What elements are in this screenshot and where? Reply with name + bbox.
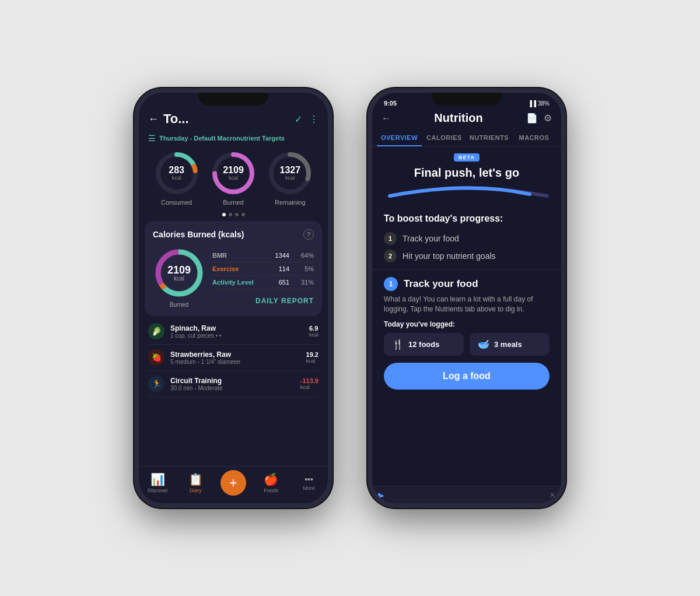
arc-title: Final push, let's go	[414, 166, 519, 180]
diary-icon: 📋	[188, 472, 203, 486]
arc-section: Final push, let's go	[372, 164, 561, 205]
nav-foods[interactable]: 🍎 Foods	[252, 472, 290, 493]
dot-1[interactable]	[222, 213, 226, 216]
pagination-dots	[139, 211, 328, 219]
spinach-kcal: 6.9 kcal	[309, 325, 318, 338]
phone2-notch	[432, 93, 502, 106]
boost-item-2: 2 Hit your top nutrient goals	[384, 247, 550, 265]
bowl-icon: 🥣	[478, 339, 489, 350]
beta-badge: BETA	[454, 153, 480, 162]
nav-add[interactable]: +	[215, 470, 253, 496]
dot-2[interactable]	[229, 213, 232, 216]
strawberry-kcal: 19.2 kcal	[306, 351, 318, 364]
circuit-name: Circuit Training	[170, 377, 295, 385]
ad-close-button[interactable]: ✕	[550, 491, 555, 499]
activity-label: Activity Level	[212, 279, 254, 286]
strawberry-name: Strawberries, Raw	[170, 350, 300, 359]
add-button[interactable]: +	[220, 470, 246, 496]
food-item-strawberries[interactable]: 🍓 Strawberries, Raw 5 medium - 1 1/4" di…	[148, 345, 318, 371]
boost-num-2: 2	[384, 250, 397, 262]
popup-header: Calories Burned (kcals) ?	[153, 229, 314, 240]
phone2-back-button[interactable]: ←	[382, 113, 391, 124]
dot-4[interactable]	[242, 213, 245, 216]
track-header: 1 Track your food	[384, 277, 550, 291]
stat-exercise: Exercise 114 5%	[212, 262, 314, 276]
foods-stat-pill: 🍴 12 foods	[384, 333, 464, 356]
stat-bmr: BMR 1344 64%	[212, 249, 314, 262]
bmr-label: BMR	[212, 252, 244, 259]
exercise-pct: 5%	[296, 265, 314, 272]
popup-question-icon[interactable]: ?	[303, 229, 314, 240]
tab-calories[interactable]: CALORIES	[422, 129, 467, 146]
phone2-title: Nutrition	[391, 111, 526, 125]
tab-macros[interactable]: MACROS	[512, 129, 556, 146]
donut-unit: kcal	[167, 275, 191, 282]
daily-report-text: DAILY REPORT	[256, 297, 314, 305]
more-icon[interactable]: ⋮	[309, 114, 318, 125]
day-banner-text: Thursday - Default Macronutrient Targets	[159, 135, 285, 142]
remaining-circle: 1327 kcal	[267, 150, 313, 197]
menu-icon: ☰	[148, 134, 156, 143]
phone1-title: To...	[163, 111, 189, 127]
daily-report-btn[interactable]: DAILY REPORT	[212, 289, 314, 306]
bmr-pct: 64%	[296, 252, 314, 259]
nav-discover[interactable]: 📊 Discover	[139, 472, 177, 493]
check-icon[interactable]: ✓	[295, 114, 302, 125]
consumed-circle-item: 283 kcal Consumed	[153, 150, 200, 206]
phone2: 9:05 ▐▐ 38% ← Nutrition 📄 ⚙ OVERVIEW CAL…	[368, 88, 566, 508]
foods-count: 12 foods	[408, 340, 439, 349]
burned-value: 2109	[223, 166, 244, 175]
track-section: 1 Track your food What a day! You can le…	[372, 269, 561, 394]
track-desc: What a day! You can learn a lot with a f…	[384, 295, 550, 314]
discover-icon: 📊	[150, 472, 165, 486]
donut-label: Burned	[153, 301, 205, 308]
popup-title: Calories Burned (kcals)	[153, 230, 244, 239]
exercise-value: 114	[279, 265, 289, 272]
burned-label: Burned	[223, 199, 243, 206]
back-icon[interactable]: ←	[148, 113, 159, 125]
foods-label: Foods	[264, 488, 278, 493]
remaining-value: 1327	[280, 166, 301, 175]
track-num: 1	[384, 277, 398, 291]
circuit-kcal: -113.9 kcal	[300, 377, 318, 390]
remaining-label: Remaining	[275, 199, 306, 206]
spinach-icon: 🥬	[148, 323, 164, 339]
tab-overview[interactable]: OVERVIEW	[377, 129, 422, 146]
day-banner[interactable]: ☰ Thursday - Default Macronutrient Targe…	[139, 131, 328, 145]
tabs-row: OVERVIEW CALORIES NUTRIENTS MACROS	[372, 129, 561, 146]
circuit-info: Circuit Training 30.0 min - Moderate	[170, 377, 295, 391]
doc-icon-button[interactable]: 📄	[526, 113, 538, 124]
boost-title: To boost today's progress:	[384, 213, 550, 224]
popup-body: 2109 kcal Burned BMR 1344 64% Exercise	[153, 247, 314, 308]
spinach-name: Spinach, Raw	[170, 324, 303, 332]
beta-badge-row: BETA	[372, 146, 561, 164]
status-icons: ▐▐ 38%	[528, 100, 550, 107]
foods-icon: 🍎	[264, 472, 278, 486]
nav-diary[interactable]: 📋 Diary	[177, 472, 215, 493]
log-food-button[interactable]: Log a food	[384, 363, 550, 390]
ad-bar: ▶ ✕	[372, 486, 561, 503]
gear-icon-button[interactable]: ⚙	[544, 113, 552, 124]
burned-unit: kcal	[223, 175, 244, 181]
discover-label: Discover	[148, 488, 168, 493]
nav-more[interactable]: ••• More	[290, 475, 328, 491]
logged-label: Today you've logged:	[384, 320, 550, 328]
donut-value: 2109	[167, 265, 191, 275]
phone2-header: ← Nutrition 📄 ⚙	[372, 109, 561, 129]
track-title: Track your food	[404, 278, 478, 290]
remaining-unit: kcal	[280, 175, 301, 181]
phone2-screen: 9:05 ▐▐ 38% ← Nutrition 📄 ⚙ OVERVIEW CAL…	[372, 93, 561, 503]
remaining-center: 1327 kcal	[280, 166, 301, 181]
food-item-circuit[interactable]: 🏃 Circuit Training 30.0 min - Moderate -…	[148, 371, 318, 397]
popup-stats: BMR 1344 64% Exercise 114 5% Activity Le…	[212, 249, 314, 306]
logged-stats-row: 🍴 12 foods 🥣 3 meals	[384, 333, 550, 356]
strawberry-desc: 5 medium - 1 1/4" diameter	[170, 359, 300, 365]
consumed-circle: 283 kcal	[153, 150, 200, 197]
tab-nutrients[interactable]: NUTRIENTS	[467, 129, 512, 146]
burned-circle-item: 2109 kcal Burned	[210, 150, 257, 206]
burned-circle: 2109 kcal	[210, 150, 257, 197]
stat-activity: Activity Level 651 31%	[212, 276, 314, 289]
dot-3[interactable]	[235, 213, 239, 216]
food-item-spinach[interactable]: 🥬 Spinach, Raw 1 cup, cut pieces • • 6.9…	[148, 318, 318, 345]
circuit-desc: 30.0 min - Moderate	[170, 385, 295, 391]
